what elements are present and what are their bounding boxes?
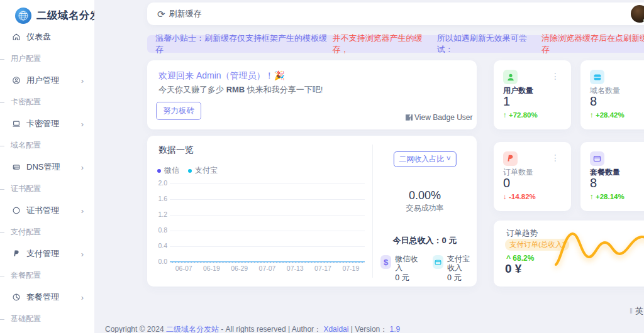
alipay-income-label: 支付宝收入 [447,255,477,273]
gridline [170,199,365,200]
chevron-right-icon: › [81,250,84,258]
up-arrow-icon: ↑ [590,193,594,200]
sidebar-item-user-management[interactable]: 用户管理 › [0,70,94,92]
wallet-icon [590,151,604,166]
stat-change: ↓ -14.82% [503,193,536,200]
dollar-icon: $ [380,255,391,269]
globe-logo-icon [15,8,31,24]
sidebar-section-plans: 套餐配置 [0,265,94,287]
footer-author-link[interactable]: Xdaidai [323,325,348,333]
y-tick-label: 0.0 [151,258,167,265]
x-tick-label: 07-07 [253,265,281,272]
chevron-down-icon: ˅ [447,155,451,163]
brand[interactable]: 二级域名分发站 [0,0,94,25]
stat-card-orders: ⋮ 订单数量 0 ↓ -14.82% [494,142,571,211]
today-income: 今日总收入：0 元 [373,235,477,246]
avatar-image [631,5,644,23]
wechat-income-label: 微信收入 [395,255,419,273]
y-tick-label: 2.0 [151,179,167,187]
sidebar-item-label: DNS管理 [26,161,60,173]
dashboard-page: 二级域名分发站 仪表盘 用户配置 用户管理 › 卡密配置 [0,0,644,333]
footer-site-link[interactable]: 二级域名分发站 [166,325,219,333]
sidebar-nav: 仪表盘 用户配置 用户管理 › 卡密配置 卡密管理 › [0,25,94,330]
alipay-income-value: 0 元 [447,273,477,282]
legend-alipay[interactable]: 支付宝 [188,165,218,176]
chart-title: 数据一览 [158,145,194,156]
stat-change: ↑ +28.14% [590,193,625,200]
broken-image-icon [405,114,413,121]
sidebar-item-payment-management[interactable]: 支付管理 › [0,243,94,265]
badge-broken-image: View Badge User [405,113,473,122]
paypal-icon [12,249,21,258]
chart-legend: 微信 支付宝 [157,165,218,176]
stat-value: 0 [503,176,510,190]
server-icon [12,163,21,172]
success-rate-value: 0.00% [373,189,477,202]
x-tick-label: 07-17 [309,265,336,272]
y-tick-label: 1.2 [151,210,167,218]
home-icon [12,33,21,41]
chevron-right-icon: › [81,207,84,215]
refresh-cache-button[interactable]: ⟳ 刷新缓存 [157,8,202,19]
down-arrow-icon: ↓ [503,193,507,200]
x-tick-label: 07-19 [337,265,365,272]
refresh-cache-label: 刷新缓存 [169,8,202,19]
kebab-menu-icon[interactable]: ⋮ [551,153,560,163]
welcome-card: 欢迎回来 Admin（管理员）！🎉 今天你又赚了多少 RMB 快来和我分享一下吧… [147,60,477,129]
gridline [170,183,365,184]
user-avatar[interactable] [631,5,644,23]
welcome-subtitle: 今天你又赚了多少 RMB 快来和我分享一下吧! [158,84,323,96]
sidebar-item-card-management[interactable]: 卡密管理 › [0,113,94,135]
x-tick-label: 06-07 [170,265,197,272]
stat-change: ↑ +28.42% [590,111,625,119]
trend-value: 0 ¥ [505,262,521,276]
party-popper-icon: 🎉 [274,70,285,80]
topbar: ⟳ 刷新缓存 [147,3,644,25]
sidebar-item-label: 仪表盘 [26,31,51,43]
stat-value: 1 [503,94,510,109]
legend-wechat[interactable]: 微信 [157,165,179,176]
sidebar-item-plan-management[interactable]: 套餐管理 › [0,287,94,308]
sidebar-section-domains: 域名配置 [0,135,94,157]
sidebar-item-label: 证书管理 [26,205,59,216]
sidebar-item-dashboard[interactable]: 仪表盘 [0,26,94,48]
x-tick-label: 07-13 [281,265,309,272]
x-tick-label: 06-19 [197,265,225,272]
gridline [170,215,365,216]
footer-copyright: Copyright © 2024 二级域名分发站 - All rights re… [105,324,400,333]
chevron-right-icon: › [81,293,84,302]
sidebar-section-payments: 支付配置 [0,222,94,244]
certificate-icon [12,206,21,215]
sidebar-item-dns-management[interactable]: DNS管理 › [0,156,94,178]
stat-change: ↑ +72.80% [503,111,538,119]
tip-alert: 温馨小贴士：刷新缓存仅支持框架产生的模板缓存并不支持浏览器产生的缓存，所以如遇刷… [147,35,644,53]
chevron-right-icon: › [81,120,84,128]
work-hard-button[interactable]: 努力板砖 [156,102,201,120]
trend-title: 订单趋势 [506,228,538,239]
x-tick-label: 06-29 [226,265,253,272]
chart-x-axis: 06-0706-1906-2907-0707-1307-1707-19 [170,265,365,272]
language-switcher[interactable]: ‖英 [630,305,643,317]
alert-text-warning: 并不支持浏览器产生的缓存， [332,33,436,55]
pie-chart-icon [12,293,21,302]
gridline [170,231,365,231]
user-icon [503,70,518,84]
income-ratio-dropdown[interactable]: 二网收入占比 ˅ [393,151,456,167]
caret-up-icon: ^ [506,254,511,263]
alert-text: 所以如遇刷新无效果可尝试： [437,33,541,55]
wechat-series-dot [157,169,161,173]
income-row: $ 微信收入 0 元 支付宝收入 0 元 [380,255,477,282]
trend-sparkline [553,226,644,276]
sidebar-item-certificate-management[interactable]: 证书管理 › [0,200,94,222]
overview-right-panel: 二网收入占比 ˅ 0.00% 交易成功率 今日总收入：0 元 $ 微信收入 0 … [373,136,477,287]
gridline [170,262,365,263]
refresh-icon: ⟳ [157,9,165,19]
success-rate-label: 交易成功率 [373,203,477,214]
sidebar-section-basics: 基础配置 [0,308,94,330]
data-overview-card: 数据一览 微信 支付宝 2.01.61.20.80.40.0 06-0706-1… [147,136,477,287]
stat-card-domains: 域名数量 8 ↑ +28.42% [580,60,644,129]
kebab-menu-icon[interactable]: ⋮ [551,71,560,81]
alert-clear-cache-hint[interactable]: 清除浏览器缓存后在点刷新缓存 [541,33,644,55]
welcome-title: 欢迎回来 Admin（管理员）！🎉 [158,70,285,82]
footer-version-link[interactable]: 1.9 [390,325,401,333]
